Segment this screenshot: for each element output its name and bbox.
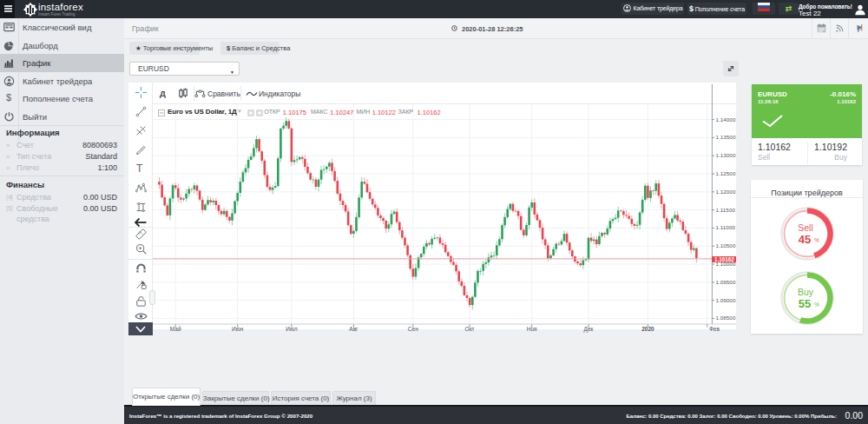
svg-text:Sell: Sell — [798, 222, 813, 233]
svg-text:55: 55 — [799, 297, 811, 310]
svg-text:Buy: Buy — [798, 287, 814, 297]
svg-text:45: 45 — [799, 233, 811, 246]
svg-text:%: % — [814, 237, 819, 243]
svg-text:%: % — [814, 301, 819, 308]
